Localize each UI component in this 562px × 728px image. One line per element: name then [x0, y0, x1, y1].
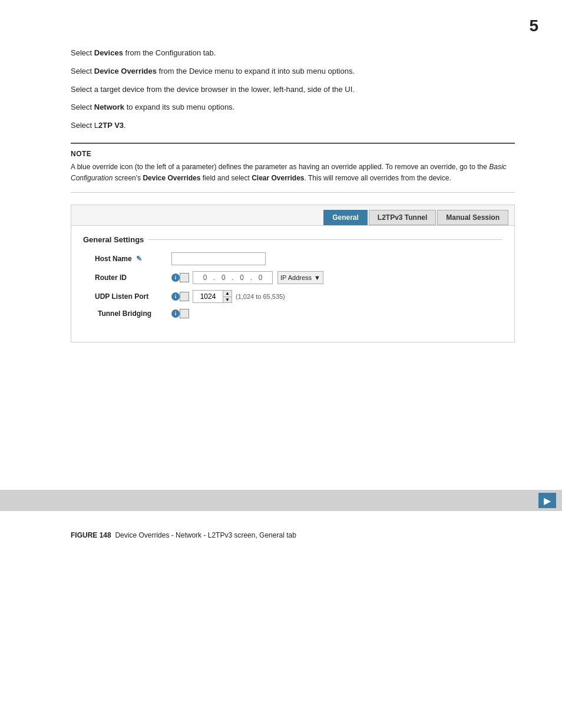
udp-port-row: UDP Listen Port i ▲ ▼ (1,024 to 65,535) [83, 290, 503, 303]
bottom-bar: ▶ [0, 490, 562, 511]
figure-caption-text: Device Overrides - Network - L2TPv3 scre… [115, 531, 296, 539]
ip-type-chevron: ▼ [314, 274, 320, 281]
section-header: General Settings [83, 235, 503, 244]
tab-general[interactable]: General [323, 210, 368, 225]
tunnel-bridging-override-checkbox[interactable] [180, 309, 189, 318]
router-id-override-checkbox[interactable] [180, 273, 189, 282]
port-spinner-up[interactable]: ▲ [223, 291, 232, 297]
hostname-edit-icon[interactable]: ✎ [136, 255, 142, 263]
udp-port-info-icon[interactable]: i [171, 292, 180, 301]
tab-l2tpv3-tunnel[interactable]: L2TPv3 Tunnel [369, 210, 436, 225]
port-spinners: ▲ ▼ [223, 291, 232, 302]
step-1: Select Devices from the Configuration ta… [71, 47, 515, 60]
note-text: A blue override icon (to the left of a p… [71, 162, 515, 184]
tunnel-bridging-row: Tunnel Bridging i [83, 309, 503, 318]
step1-bold: Devices [94, 48, 123, 57]
step-3: Select a target device from the device b… [71, 84, 515, 96]
tunnel-bridging-label: Tunnel Bridging [95, 309, 171, 318]
form-area: General Settings Host Name ✎ Router ID i [71, 226, 514, 342]
router-id-ip-container: 0 . 0 . 0 . 0 [193, 271, 273, 284]
ip-seg-1: 0 [197, 274, 213, 282]
hostname-row: Host Name ✎ [83, 252, 503, 265]
instructions-section: Select Devices from the Configuration ta… [71, 47, 515, 132]
ip-seg-2: 0 [215, 274, 232, 282]
router-id-row: Router ID i 0 . 0 . 0 . 0 IP Address ▼ [83, 271, 503, 284]
tab-manual-session[interactable]: Manual Session [437, 210, 508, 225]
figure-label: FIGURE 148 [71, 531, 111, 539]
next-arrow-icon: ▶ [544, 495, 551, 506]
ui-panel: General L2TPv3 Tunnel Manual Session Gen… [71, 205, 515, 342]
udp-port-group: ▲ ▼ (1,024 to 65,535) [193, 290, 285, 303]
tabs-bar: General L2TPv3 Tunnel Manual Session [71, 205, 514, 226]
step4-bold: Network [94, 103, 124, 111]
port-spinner-down[interactable]: ▼ [223, 297, 232, 303]
figure-caption: FIGURE 148 Device Overrides - Network - … [71, 531, 296, 539]
step5-bold: 2TP V3 [98, 121, 124, 130]
step-5: Select L2TP V3. [71, 120, 515, 132]
page-number: 5 [529, 17, 538, 35]
udp-port-input[interactable] [193, 291, 223, 302]
port-range-text: (1,024 to 65,535) [236, 293, 285, 300]
hostname-label: Host Name ✎ [95, 255, 171, 263]
step2-bold: Device Overrides [94, 67, 157, 75]
note-title: NOTE [71, 150, 515, 158]
udp-port-override-checkbox[interactable] [180, 292, 189, 301]
ip-seg-4: 0 [252, 274, 269, 282]
tunnel-bridging-info-icon[interactable]: i [171, 309, 180, 318]
hostname-input[interactable] [171, 252, 266, 265]
section-header-line [148, 239, 503, 240]
port-input-wrapper: ▲ ▼ [193, 290, 232, 303]
router-id-label: Router ID [95, 274, 171, 282]
next-button[interactable]: ▶ [538, 493, 556, 508]
router-id-info-icon[interactable]: i [171, 274, 180, 282]
udp-port-label: UDP Listen Port [95, 292, 171, 301]
note-box: NOTE A blue override icon (to the left o… [71, 143, 515, 193]
step-2: Select Device Overrides from the Device … [71, 65, 515, 78]
ip-seg-3: 0 [234, 274, 250, 282]
step-4: Select Network to expand its sub menu op… [71, 101, 515, 114]
ip-type-dropdown[interactable]: IP Address ▼ [277, 271, 323, 284]
section-title: General Settings [83, 235, 144, 244]
